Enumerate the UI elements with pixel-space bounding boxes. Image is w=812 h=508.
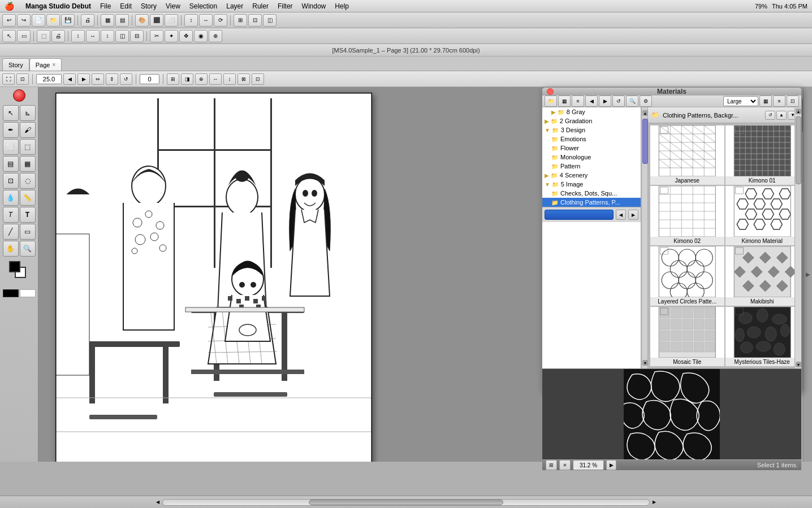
grid-header-up[interactable]: ▲ [776, 111, 787, 120]
line-tool[interactable]: ╱ [3, 224, 19, 240]
mat-tb-view-list[interactable]: ≡ [773, 95, 785, 107]
tb-nav-btn1[interactable]: ↕ [184, 14, 198, 27]
tb-misc-btn1[interactable]: ⊞ [234, 14, 247, 27]
view-size-select[interactable]: Large Medium Small [723, 96, 758, 106]
tab-close-btn[interactable]: × [52, 62, 55, 68]
page-tb-extra1[interactable]: ↔ [209, 73, 222, 85]
thumb-mosaic-tile[interactable]: Mosaic Tile [650, 307, 724, 366]
tree-item-emotions[interactable]: 📁 Emotions [542, 134, 641, 144]
mat-tb-grid[interactable]: ▦ [558, 95, 571, 107]
pattern-tool[interactable]: ▦ [20, 156, 36, 172]
thumb-kimono02[interactable]: Kimono 02 [650, 186, 724, 245]
thumb-makibishi[interactable]: Makibishi [725, 246, 800, 306]
page-tb-fullscreen[interactable]: ⛶ [2, 73, 15, 85]
menu-app-name[interactable]: Manga Studio Debut [25, 2, 91, 10]
gradient-tool[interactable]: ▤ [3, 156, 19, 172]
tb2-view1[interactable]: ⬚ [37, 30, 50, 42]
mat-tb-next[interactable]: ▶ [599, 95, 611, 107]
menu-window[interactable]: Window [302, 2, 326, 10]
grid-header-sync[interactable]: ↺ [765, 111, 775, 120]
grid-scroll-thumb[interactable] [796, 116, 801, 184]
tb-new-story[interactable]: 📄 [32, 14, 45, 27]
mat-tb-refresh[interactable]: ↺ [612, 95, 625, 107]
tb2-select-rect[interactable]: ▭ [17, 30, 31, 42]
white-swatch[interactable] [20, 289, 36, 297]
thumb-kimono-material[interactable]: Kimono Material [725, 186, 800, 245]
page-num-input[interactable] [140, 74, 159, 84]
mat-tb-settings[interactable]: ⚙ [640, 95, 652, 107]
menu-file[interactable]: File [100, 2, 111, 10]
bottom-zoom-input[interactable] [573, 460, 604, 470]
text-tool-b[interactable]: T [20, 207, 36, 223]
menu-filter[interactable]: Filter [278, 2, 293, 10]
page-tb-extra2[interactable]: ↕ [223, 73, 236, 85]
tb2-transform5[interactable]: ⊟ [130, 30, 144, 42]
tb-nav-btn3[interactable]: ⟳ [214, 14, 227, 27]
select-tool[interactable]: ↖ [3, 105, 19, 121]
tree-nav-home[interactable] [545, 210, 614, 220]
lasso-tool[interactable]: ⊾ [20, 105, 36, 121]
menu-selection[interactable]: Selection [189, 2, 217, 10]
thumb-mysterious-tiles[interactable]: Mysterious Tiles-Haze [725, 307, 800, 366]
mat-tb-folder[interactable]: 📁 [545, 95, 557, 107]
tb2-cursor[interactable]: ↖ [2, 30, 16, 42]
zoom-tool[interactable]: 🔍 [20, 241, 36, 257]
grid-scroll-down-arrow[interactable]: ▼ [796, 362, 801, 367]
tb-nav-btn2[interactable]: ↔ [199, 14, 213, 27]
tree-item-8gray[interactable]: ▶ 📁 8 Gray [542, 107, 641, 116]
menu-help[interactable]: Help [335, 2, 349, 10]
rect-tool[interactable]: ▭ [20, 224, 36, 240]
scroll-left-arrow[interactable]: ◀ [153, 498, 162, 507]
panel-close-button[interactable] [547, 88, 554, 95]
menu-layer[interactable]: Layer [226, 2, 243, 10]
dodge-tool[interactable]: ◌ [20, 173, 36, 189]
tb2-transform4[interactable]: ◫ [115, 30, 129, 42]
thumb-japanese[interactable]: Japanese [650, 125, 724, 185]
thumb-layered-circles[interactable]: Layered Circles Patte... [650, 246, 724, 306]
zoom-input[interactable] [36, 74, 62, 84]
ruler-tool[interactable]: 📏 [20, 190, 36, 206]
tb-color-btn1[interactable]: 🎨 [135, 14, 149, 27]
zoom-arrow[interactable]: ▶ [606, 460, 616, 470]
tb-color-btn2[interactable]: ⬛ [150, 14, 163, 27]
tree-item-checks[interactable]: 📁 Checks, Dots, Squ... [542, 189, 641, 198]
tb-grid-btn2[interactable]: ▤ [115, 14, 129, 27]
hand-tool[interactable]: ✋ [3, 241, 19, 257]
tb-open-file[interactable]: 📁 [46, 14, 60, 27]
tree-item-pattern[interactable]: 📁 Pattern [542, 162, 641, 171]
tb2-extra5[interactable]: ⊕ [209, 30, 222, 42]
mat-tb-search[interactable]: 🔍 [626, 95, 638, 107]
bottom-bar-icon[interactable]: ⊞ [546, 460, 557, 470]
horizontal-scroll-thumb[interactable] [309, 500, 503, 505]
page-tb-fit[interactable]: ⊡ [16, 73, 29, 85]
menu-story[interactable]: Story [141, 2, 157, 10]
brush-tool[interactable]: 🖌 [20, 122, 36, 138]
grid-scroll-up-arrow[interactable]: ▲ [796, 108, 801, 114]
tree-nav-left[interactable]: ◀ [616, 210, 626, 220]
tree-nav-right[interactable]: ▶ [628, 210, 638, 220]
tree-item-gradation[interactable]: ▶ 📁 2 Gradation [542, 116, 641, 125]
zoom-prev[interactable]: ◀ [63, 73, 76, 85]
tb2-extra2[interactable]: ✦ [165, 30, 178, 42]
page-tb-grid-toggle[interactable]: ⊞ [167, 73, 179, 85]
tree-item-clothing[interactable]: 📁 Clothing Patterns, P... [542, 198, 641, 207]
tree-item-monologue[interactable]: 📁 Monologue [542, 153, 641, 162]
eraser-tool[interactable]: ⬜ [3, 139, 19, 155]
mat-tb-prev[interactable]: ◀ [585, 95, 598, 107]
zoom-next[interactable]: ▶ [77, 73, 90, 85]
black-swatch[interactable] [3, 289, 19, 297]
tree-item-design[interactable]: ▼ 📁 3 Design [542, 125, 641, 134]
eyedropper-tool[interactable]: 💧 [3, 190, 19, 206]
tab-story[interactable]: Story [2, 58, 29, 71]
tb-misc-btn3[interactable]: ◫ [263, 14, 277, 27]
tb-print[interactable]: 🖨 [81, 14, 94, 27]
tb2-extra3[interactable]: ✥ [179, 30, 193, 42]
fill-tool[interactable]: ⬚ [20, 139, 36, 155]
tb2-transform2[interactable]: ↔ [86, 30, 100, 42]
tb-save-file[interactable]: 💾 [61, 14, 75, 27]
apple-menu[interactable]: 🍎 [5, 2, 14, 11]
text-tool[interactable]: T [3, 207, 19, 223]
tb-color-btn3[interactable]: ⬜ [165, 14, 178, 27]
pen-tool[interactable]: ✒ [3, 122, 19, 138]
tree-scrollbar[interactable]: ▲ ▼ [641, 107, 648, 368]
